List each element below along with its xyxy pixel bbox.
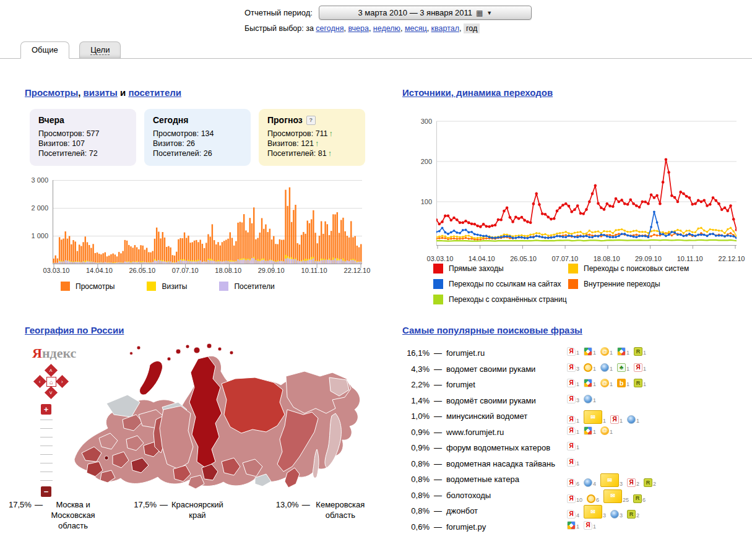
- yandex-icon: Я: [567, 442, 576, 450]
- quick-link-вчера[interactable]: вчера: [348, 24, 368, 33]
- engine-hit-count: 1: [643, 366, 646, 372]
- phrase-text: форум водометных катеров: [446, 443, 550, 452]
- engine-hit-count: 2: [653, 481, 656, 487]
- engine-count: Я4: [567, 510, 579, 519]
- engine-hit-count: 1: [626, 366, 629, 372]
- x-tick-label: 18.08.10: [587, 255, 626, 262]
- engine-count: G1: [617, 347, 629, 356]
- quick-select-year[interactable]: год: [464, 24, 480, 33]
- engine-hit-count: 1: [626, 350, 629, 356]
- help-icon[interactable]: ?: [306, 116, 316, 125]
- russia-map[interactable]: [69, 340, 373, 499]
- quick-link-квартал[interactable]: квартал: [431, 24, 459, 33]
- search-phrase-row: 1,0%—минусинский водометЯ1✉1Я11: [401, 408, 748, 424]
- legend-item: Просмотры: [61, 282, 115, 291]
- engine-hit-count: 1: [603, 418, 606, 424]
- quick-link-сегодня[interactable]: сегодня: [316, 24, 344, 33]
- engine-count: ✉3: [584, 505, 606, 519]
- phrase-engines: Я31: [567, 395, 596, 403]
- google-icon: G: [567, 521, 576, 530]
- views-link[interactable]: Просмотры: [25, 87, 78, 98]
- quick-link-неделю[interactable]: неделю: [373, 24, 400, 33]
- yandex-icon: Я: [584, 521, 592, 530]
- tab-general[interactable]: Общие: [20, 41, 69, 59]
- mailru-search-icon: @: [600, 426, 609, 435]
- tab-goals[interactable]: Цели: [79, 41, 121, 58]
- legend-item: Внутренние переходы: [568, 279, 689, 289]
- map-zoom-slider[interactable]: [40, 420, 53, 481]
- engine-count: R6: [633, 494, 646, 503]
- engine-count: G1: [584, 426, 596, 435]
- pan-down-button[interactable]: ˅: [45, 386, 58, 399]
- phrase-dash: —: [434, 475, 442, 484]
- region-item: 17,5%— Москва и Московская область: [9, 500, 100, 532]
- sources-legend: Прямые заходыПереходы с поисковых систем…: [433, 264, 689, 304]
- card-title: Сегодня: [153, 115, 242, 125]
- map-pan-control: ˄ ‹ › ˅ ⌂: [35, 365, 67, 397]
- engine-hit-count: 1: [636, 418, 639, 424]
- phrase-percent: 16,1%: [401, 348, 430, 358]
- phrases-link[interactable]: Самые популярные поисковые фразы: [402, 325, 582, 335]
- zoom-tick: [40, 428, 53, 429]
- visitors-link[interactable]: посетители: [128, 87, 181, 98]
- zoom-out-button[interactable]: −: [41, 486, 51, 497]
- summary-cards: Вчера Просмотров: 577 Визитов: 107 Посет…: [30, 109, 365, 166]
- pan-left-button[interactable]: ‹: [33, 375, 46, 388]
- phrase-engines: Я1✉1Я11: [567, 410, 639, 424]
- legend-label: Посетители: [234, 282, 274, 291]
- zoom-in-button[interactable]: +: [41, 404, 51, 415]
- x-tick-label: 29.09.10: [629, 255, 667, 262]
- engine-count: 1: [584, 363, 596, 372]
- quick-link-месяц[interactable]: месяц: [405, 24, 427, 33]
- search-phrase-row: 0,8%—водометные катераЯ64✉3Я2R2: [401, 472, 748, 488]
- phrase-percent: 4,3%: [401, 364, 430, 374]
- visits-link[interactable]: визиты: [84, 87, 118, 98]
- engine-count: R2: [627, 510, 639, 519]
- engine-count: ✉25: [603, 489, 629, 503]
- legend-label: Переходы с поисковых систем: [584, 264, 689, 273]
- nigma-icon: [610, 510, 619, 519]
- engine-hit-count: 1: [610, 366, 613, 372]
- engine-hit-count: 1: [576, 460, 579, 467]
- x-tick-label: 14.04.10: [462, 255, 501, 262]
- x-tick-label: 14.04.10: [80, 267, 118, 274]
- engine-count: 1: [600, 363, 613, 372]
- sources-line-chart: [436, 118, 737, 249]
- engine-count: Я1: [584, 521, 596, 530]
- x-tick-label: 26.05.10: [123, 267, 162, 274]
- search-phrase-row: 0,6%—forumjet.pyG1Я1: [401, 519, 748, 535]
- line-chart-x-axis: 03.03.1014.04.1026.05.1007.07.1018.08.10…: [421, 255, 751, 262]
- engine-count: 1: [584, 395, 596, 403]
- pan-right-button[interactable]: ›: [56, 375, 69, 388]
- yandex-alt-icon: Я: [610, 415, 619, 424]
- engine-hit-count: 1: [643, 350, 646, 356]
- engine-count: 3: [610, 510, 623, 519]
- y-axis-label: 2 000: [24, 204, 48, 212]
- engine-count: Я1: [567, 379, 579, 387]
- phrase-text: водомёт своими руками: [446, 396, 536, 405]
- bing-icon: b: [617, 379, 626, 387]
- quick-links: сегодня, вчера, неделю, месяц, квартал,: [316, 24, 464, 33]
- sources-link[interactable]: Источники, динамика переходов: [402, 87, 553, 98]
- pan-up-button[interactable]: ˄: [45, 364, 58, 377]
- geography-link[interactable]: География по России: [25, 325, 124, 335]
- yellow-pages-icon: ✉: [600, 473, 619, 487]
- zoom-tick: [40, 463, 53, 463]
- nigma-icon: [584, 395, 592, 403]
- date-range-button[interactable]: 3 марта 2010 — 3 января 2011 ▦ ▼: [319, 6, 532, 20]
- engine-count: Я1: [567, 426, 579, 435]
- legend-swatch: [568, 264, 578, 274]
- date-range-value: 3 марта 2010 — 3 января 2011: [358, 8, 473, 17]
- region-item: 17,5%— Красноярский край: [134, 500, 224, 532]
- map-home-button[interactable]: ⌂: [46, 377, 56, 387]
- x-tick-label: 22.12.10: [338, 267, 376, 274]
- phrase-engines: Я1G1@1b1R1: [567, 379, 646, 387]
- card-title: Вчера: [38, 115, 127, 125]
- engine-hit-count: 1: [610, 381, 613, 387]
- legend-swatch: [147, 282, 156, 291]
- card-forecast: Прогноз? Просмотров: 711↑ Визитов: 121↑ …: [259, 109, 365, 166]
- phrase-text: джонбот: [446, 506, 478, 515]
- y-axis-label: 300: [407, 118, 432, 125]
- phrase-dash: —: [434, 411, 442, 421]
- engine-count: Я1: [567, 347, 579, 356]
